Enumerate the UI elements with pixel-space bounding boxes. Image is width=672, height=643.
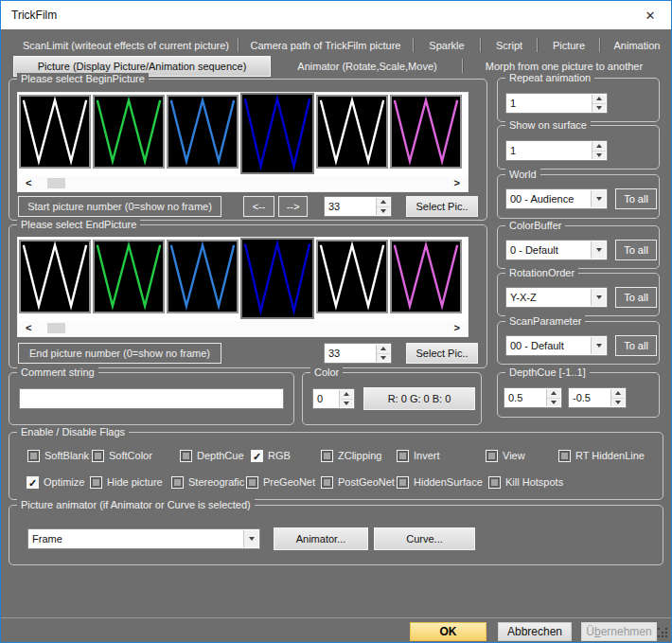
rotationorder-select[interactable]: Y-X-Z (505, 287, 608, 308)
spinner-down-icon[interactable] (592, 152, 606, 160)
animator-button[interactable]: Animator... (274, 527, 368, 550)
colorbuffer-to-all-button[interactable]: To all (615, 240, 657, 260)
apply-button[interactable]: Übernehmen (581, 622, 657, 641)
title-bar[interactable]: TrickFilm ✕ (1, 1, 671, 29)
dropdown-arrow-icon[interactable] (243, 530, 258, 547)
cancel-button[interactable]: Abbrechen (498, 622, 572, 641)
checkbox-icon[interactable] (27, 476, 39, 489)
tab-animation[interactable]: Animation (607, 37, 667, 54)
thumbnail-5[interactable] (316, 240, 388, 313)
checkbox-icon[interactable] (558, 450, 571, 462)
spinner-up-icon[interactable] (611, 389, 625, 399)
spinner-down-icon[interactable] (592, 104, 606, 113)
spinner-up-icon[interactable] (592, 142, 606, 152)
spinner-up-icon[interactable] (377, 198, 390, 207)
spinner-up-icon[interactable] (377, 345, 390, 354)
spinner-buttons[interactable] (592, 95, 606, 112)
picture-animator-select[interactable]: Frame (27, 528, 260, 549)
thumbnail-5[interactable] (316, 95, 388, 169)
spinner-up-icon[interactable] (592, 95, 606, 104)
start-picture-number-input[interactable]: 33 (324, 196, 392, 217)
dropdown-arrow-icon[interactable] (591, 337, 606, 354)
checkbox-softblank[interactable]: SoftBlank (27, 449, 89, 462)
spinner-buttons[interactable] (592, 142, 606, 159)
tab-camera-path[interactable]: Camera path of TrickFilm picture (245, 37, 406, 54)
depthcue-input-b[interactable]: -0.5 (568, 387, 627, 408)
checkbox-icon[interactable] (321, 476, 333, 489)
checkbox-icon[interactable] (180, 450, 192, 462)
spinner-buttons[interactable] (376, 198, 390, 215)
thumbnail-4[interactable] (240, 93, 314, 174)
checkbox-icon[interactable] (488, 476, 501, 489)
spinner-buttons[interactable] (546, 389, 560, 406)
ok-button[interactable]: OK (410, 622, 486, 641)
spinner-buttons[interactable] (339, 390, 353, 407)
world-to-all-button[interactable]: To all (615, 188, 657, 209)
checkbox-softcolor[interactable]: SoftColor (92, 449, 152, 462)
checkbox-postgeonet[interactable]: PostGeoNet (321, 475, 395, 489)
world-select[interactable]: 00 - Audience (505, 188, 608, 209)
checkbox-icon[interactable] (321, 450, 333, 462)
checkbox-zclipping[interactable]: ZClipping (321, 449, 381, 462)
thumbnail-3[interactable] (167, 95, 239, 169)
select-end-picture-button[interactable]: Select Pic.. (406, 343, 478, 364)
spinner-down-icon[interactable] (340, 400, 353, 408)
scroll-right-icon[interactable]: > (454, 176, 460, 190)
begin-strip-scrollbar[interactable]: < > (19, 176, 467, 190)
depthcue-input-a[interactable]: 0.5 (504, 387, 562, 408)
show-on-surface-input[interactable]: 1 (505, 140, 608, 161)
scanparameter-to-all-button[interactable]: To all (615, 335, 657, 356)
dropdown-arrow-icon[interactable] (591, 190, 606, 207)
scroll-left-icon[interactable]: < (26, 321, 31, 335)
thumbnail-2[interactable] (93, 95, 165, 169)
scroll-right-icon[interactable]: > (454, 321, 460, 335)
rgb-color-button[interactable]: R: 0 G: 0 B: 0 (363, 387, 475, 410)
color-number-input[interactable]: 0 (312, 388, 355, 409)
checkbox-icon[interactable] (397, 476, 409, 489)
comment-input[interactable] (19, 388, 284, 409)
rotationorder-to-all-button[interactable]: To all (615, 287, 657, 308)
thumbnail-6[interactable] (390, 95, 462, 169)
colorbuffer-select[interactable]: 0 - Default (505, 240, 608, 260)
checkbox-icon[interactable] (90, 476, 102, 489)
spinner-down-icon[interactable] (377, 207, 390, 216)
checkbox-icon[interactable] (251, 450, 263, 462)
checkbox-hiddensurface[interactable]: HiddenSurface (397, 475, 483, 489)
thumbnail-4[interactable] (240, 238, 314, 319)
thumbnail-6[interactable] (390, 240, 462, 313)
end-picture-number-input[interactable]: 33 (324, 343, 392, 364)
scanparameter-select[interactable]: 00 - Default (505, 335, 608, 356)
scrollbar-thumb[interactable] (47, 178, 65, 188)
thumbnail-1[interactable] (19, 95, 91, 169)
tab-script[interactable]: Script (486, 37, 533, 54)
checkbox-rgb[interactable]: RGB (251, 449, 291, 462)
spinner-down-icon[interactable] (611, 399, 625, 407)
checkbox-pregeonet[interactable]: PreGeoNet (246, 475, 315, 489)
spinner-down-icon[interactable] (547, 399, 560, 407)
spinner-up-icon[interactable] (340, 390, 353, 400)
dropdown-arrow-icon[interactable] (591, 241, 606, 259)
checkbox-icon[interactable] (92, 450, 104, 462)
thumbnail-3[interactable] (167, 240, 239, 313)
spinner-buttons[interactable] (610, 389, 625, 406)
thumbnail-1[interactable] (19, 240, 91, 313)
close-icon[interactable]: ✕ (629, 1, 671, 29)
checkbox-icon[interactable] (27, 450, 40, 462)
spinner-up-icon[interactable] (547, 389, 560, 399)
scrollbar-thumb[interactable] (47, 323, 65, 333)
thumbnail-2[interactable] (93, 240, 165, 313)
checkbox-hide-picture[interactable]: Hide picture (90, 475, 163, 489)
tab-scanlimit[interactable]: ScanLimit (writeout effects of current p… (18, 37, 234, 54)
scroll-left-icon[interactable]: < (26, 176, 31, 190)
checkbox-optimize[interactable]: Optimize (27, 475, 84, 489)
checkbox-icon[interactable] (246, 476, 258, 489)
prev-picture-button[interactable]: <-- (243, 196, 274, 217)
checkbox-icon[interactable] (397, 450, 409, 462)
checkbox-stereografic[interactable]: Stereografic (171, 475, 244, 489)
checkbox-invert[interactable]: Invert (397, 449, 440, 462)
checkbox-view[interactable]: View (486, 449, 525, 462)
checkbox-rt-hiddenline[interactable]: RT HiddenLine (558, 449, 645, 462)
curve-button[interactable]: Curve... (374, 527, 475, 550)
spinner-buttons[interactable] (376, 345, 390, 362)
select-begin-picture-button[interactable]: Select Pic.. (406, 196, 478, 217)
